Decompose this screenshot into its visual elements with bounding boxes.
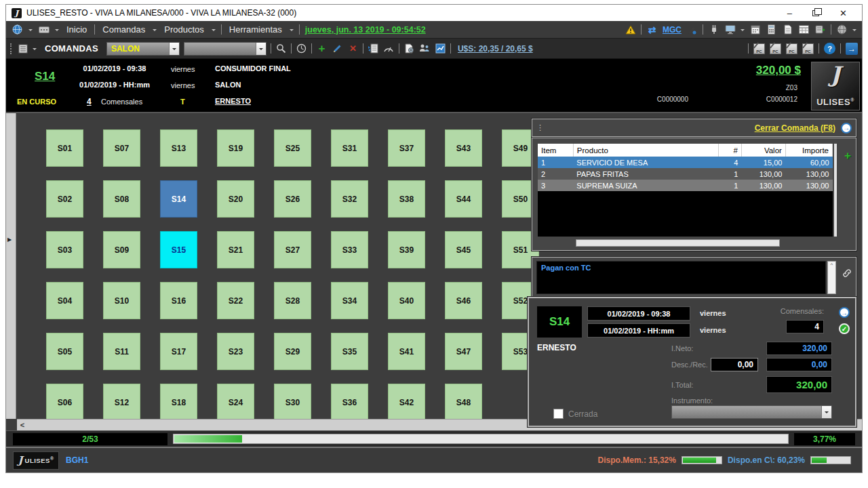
menu-item-inicio[interactable]: Inicio	[64, 24, 89, 35]
gauge-icon[interactable]	[383, 43, 395, 54]
header-table-link[interactable]: S14	[35, 70, 55, 83]
panel-grip[interactable]: ⋮	[536, 124, 542, 131]
table-button-s39[interactable]: S39	[388, 231, 425, 268]
table-button-s01[interactable]: S01	[46, 129, 83, 167]
monitor-icon[interactable]	[724, 24, 736, 35]
close-command-link[interactable]: Cerrar Comanda (F8)	[755, 123, 835, 133]
globe-gray-icon[interactable]	[836, 24, 848, 35]
table-button-s21[interactable]: S21	[217, 231, 254, 268]
table-button-s43[interactable]: S43	[445, 129, 482, 167]
header-guests-link[interactable]: 4	[87, 97, 92, 106]
caret-down-icon[interactable]	[33, 48, 37, 52]
table-button-s24[interactable]: S24	[217, 384, 254, 421]
table-button-s48[interactable]: S48	[445, 384, 482, 421]
help-icon[interactable]: ?	[824, 43, 835, 54]
items-vertical-scrollbar[interactable]	[834, 144, 837, 237]
table-button-s25[interactable]: S25	[274, 129, 311, 167]
warning-icon[interactable]	[625, 24, 636, 35]
form-icon[interactable]	[798, 24, 810, 35]
table-button-s38[interactable]: S38	[388, 180, 425, 218]
chart-icon[interactable]	[435, 43, 446, 54]
edit-icon[interactable]	[332, 43, 343, 54]
database-add-icon[interactable]	[814, 24, 826, 35]
secondary-select[interactable]	[184, 42, 267, 56]
menu-item-productos[interactable]: Productos	[162, 24, 206, 35]
table-button-s14[interactable]: S14	[160, 180, 197, 218]
note-textarea[interactable]: Pagan con TC	[536, 261, 826, 294]
table-button-s22[interactable]: S22	[217, 282, 254, 319]
order-item-row[interactable]: 2PAPAS FRITAS1130,00130,00	[538, 168, 833, 180]
table-button-s18[interactable]: S18	[160, 384, 197, 421]
close-button[interactable]: ✕	[840, 9, 847, 18]
restore-button[interactable]	[812, 9, 819, 18]
list-menu-icon[interactable]	[17, 43, 28, 54]
delete-icon[interactable]: ✕	[347, 43, 359, 54]
add-icon[interactable]: +	[316, 43, 328, 54]
table-button-s45[interactable]: S45	[445, 231, 482, 268]
cerrada-checkbox[interactable]	[553, 409, 564, 419]
mgc-link[interactable]: MGC	[663, 25, 682, 35]
salon-select[interactable]: SALON	[106, 42, 180, 56]
order-item-row[interactable]: 1SERVICIO DE MESA415,0060,00	[538, 157, 833, 168]
table-button-s03[interactable]: S03	[46, 231, 83, 268]
table-button-s26[interactable]: S26	[274, 180, 311, 218]
keypad-icon[interactable]	[38, 24, 50, 35]
table-button-s20[interactable]: S20	[217, 180, 254, 218]
caret-down-icon[interactable]	[55, 29, 59, 33]
items-horizontal-scrollbar[interactable]	[576, 239, 780, 247]
calendar-icon[interactable]	[749, 24, 761, 35]
detail-go-icon[interactable]: →	[839, 307, 850, 318]
table-button-s34[interactable]: S34	[331, 282, 368, 319]
table-button-s46[interactable]: S46	[445, 282, 482, 319]
pc-printer-2-icon[interactable]: PC	[770, 43, 781, 54]
exchange-rate-link[interactable]: U$S: 20,35 / 20,65 $	[458, 44, 533, 54]
exit-arrow-icon[interactable]: →	[846, 43, 858, 55]
instrument-select[interactable]	[671, 405, 832, 419]
table-button-s28[interactable]: S28	[274, 282, 311, 319]
pc-printer-3-icon[interactable]: PC	[786, 43, 797, 54]
menu-item-herramientas[interactable]: Herramientas	[227, 24, 284, 35]
table-button-s27[interactable]: S27	[274, 231, 311, 268]
table-button-s13[interactable]: S13	[160, 129, 197, 167]
header-waiter-link[interactable]: ERNESTO	[215, 97, 251, 105]
expand-panel-icon[interactable]: ▶	[7, 237, 12, 243]
table-button-s19[interactable]: S19	[217, 129, 254, 167]
ink-pen-icon[interactable]	[686, 24, 698, 35]
note-scrollbar[interactable]: ^	[827, 261, 836, 294]
users-report-icon[interactable]	[419, 43, 431, 54]
pc-printer-1-icon[interactable]: PC	[753, 43, 765, 54]
menu-item-comandas[interactable]: Comandas	[100, 24, 147, 35]
table-button-s10[interactable]: S10	[103, 282, 140, 319]
search-icon[interactable]	[275, 43, 287, 54]
minimize-button[interactable]: –	[787, 9, 792, 18]
table-button-s47[interactable]: S47	[445, 333, 482, 370]
table-button-s33[interactable]: S33	[331, 231, 368, 268]
detail-modified-field[interactable]: 01/02/2019 - HH:mm	[587, 323, 690, 338]
close-command-arrow-icon[interactable]: →	[841, 123, 852, 134]
sync-icon[interactable]: ⇄	[646, 24, 658, 35]
detail-opened-field[interactable]: 01/02/2019 - 09:38	[587, 306, 690, 321]
datetime-display[interactable]: jueves, jun. 13 2019 - 09:54:52	[305, 25, 426, 35]
table-button-s06[interactable]: S06	[46, 384, 83, 421]
table-button-s42[interactable]: S42	[388, 384, 425, 421]
desc-input[interactable]: 0,00	[711, 358, 758, 371]
header-total-link[interactable]: 320,00 $	[756, 64, 801, 77]
table-button-s07[interactable]: S07	[103, 129, 140, 167]
detail-guests-field[interactable]: 4	[786, 320, 824, 333]
table-button-s30[interactable]: S30	[274, 384, 311, 421]
table-button-s08[interactable]: S08	[103, 180, 140, 218]
table-button-s37[interactable]: S37	[388, 129, 425, 167]
table-button-s23[interactable]: S23	[217, 333, 254, 370]
toolbar-grip[interactable]	[10, 43, 12, 54]
table-button-s02[interactable]: S02	[46, 180, 83, 218]
clock-icon[interactable]	[296, 43, 307, 54]
left-splitter[interactable]: ▶	[6, 113, 16, 419]
table-button-s12[interactable]: S12	[103, 384, 140, 421]
table-button-s40[interactable]: S40	[388, 282, 425, 319]
pc-printer-4-icon[interactable]: PC	[802, 43, 814, 54]
table-button-s15[interactable]: S15	[160, 231, 197, 268]
link-icon[interactable]	[842, 268, 852, 281]
table-button-s36[interactable]: S36	[331, 384, 368, 421]
table-button-s41[interactable]: S41	[388, 333, 425, 370]
table-button-s16[interactable]: S16	[160, 282, 197, 319]
